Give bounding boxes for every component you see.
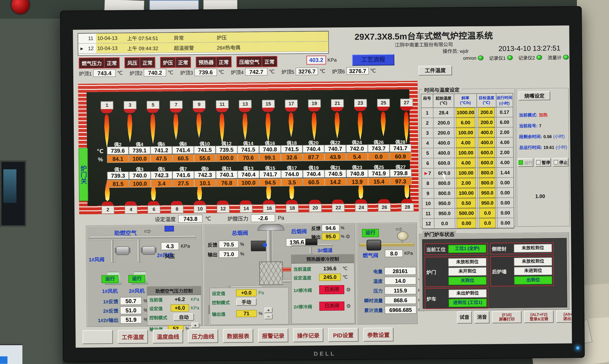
segment-target-value[interactable]: 600.0 (478, 148, 495, 157)
nav-button[interactable]: PID设置 (328, 328, 359, 342)
nav-button[interactable]: 工件温度 (118, 330, 148, 344)
emergency-button (10, 0, 30, 15)
roof-temp-label: 炉顶3 (180, 69, 193, 76)
flame-top (150, 113, 156, 144)
couple-pct-lower: 15.4 (368, 178, 390, 185)
couple-pct-upper: 32.6 (281, 153, 303, 161)
burner-cap-top (147, 109, 159, 113)
segment-target-value[interactable]: 600.0 (479, 158, 495, 168)
air-set-value[interactable]: +6.0 (171, 304, 189, 312)
process-flow-button[interactable]: 工艺流程 (352, 54, 395, 66)
air-mode-button[interactable]: 自动 (173, 313, 194, 321)
cp2-plus-button[interactable]: + (265, 307, 273, 313)
burner-setting-button[interactable]: 烧嘴设定 (518, 91, 550, 100)
segment-target-value[interactable]: 400.0 (478, 138, 495, 147)
status-badge: 风压正常 (124, 57, 155, 68)
nav-button[interactable]: 报警记录 (258, 329, 289, 343)
cp2-out-value[interactable]: 71 (236, 310, 257, 317)
smoke-output-value: 71.0 (219, 250, 239, 258)
burner-cap-bottom (194, 201, 206, 205)
segment-target-value[interactable]: 800.0 (479, 178, 495, 188)
cp2-minus-button[interactable]: − (265, 314, 273, 319)
segment-rate-value[interactable]: 100.00 (456, 168, 476, 178)
segment-rate-value[interactable]: 6.00 (456, 118, 475, 128)
status-badge-label: 风压 (125, 58, 140, 68)
nav-button[interactable]: 温度曲线 (153, 329, 183, 343)
burner-number-bottom: 2 (102, 206, 114, 214)
segment-target-value[interactable]: 200.0 (478, 107, 495, 117)
air-feedback-label: 2#反馈 (88, 307, 118, 314)
burner-info-unit: (小时) (553, 133, 565, 140)
roof-temp-unit: ℃ (218, 69, 224, 75)
air-set-label: 设定值 (149, 305, 169, 312)
segment-rate-value[interactable]: 0.50 (457, 198, 476, 208)
run-state-button[interactable]: 停止 (553, 158, 569, 167)
gas-meter-label: 电量 (358, 268, 383, 275)
segment-start-temp: 400.0 (434, 138, 454, 148)
air-out-plus-button[interactable]: + (191, 323, 199, 328)
alarm-type: 异常 (172, 32, 215, 42)
burner-cap-bottom (309, 200, 321, 204)
segment-rate-value[interactable]: 4.00 (456, 138, 476, 148)
workpiece-temp-button[interactable]: 工件温度 (418, 66, 452, 76)
system-button[interactable]: [ALT+F2] 登录&注销 (524, 311, 554, 323)
cp2-mode-button[interactable]: 手动 (236, 298, 257, 306)
nav-button[interactable]: 压力曲线 (188, 329, 218, 343)
burner-number-top: 13 (239, 100, 252, 108)
segment-rate-value[interactable]: 100.00 (457, 188, 476, 198)
coolvalve1-gear-icon[interactable]: ⚙ (346, 286, 351, 293)
nav-button[interactable] (83, 330, 113, 344)
status-badges: 燃气压力正常风压正常炉压正常预热器正常压缩空气正常 (79, 56, 277, 69)
segment-rate-value[interactable]: 2.00 (456, 178, 476, 188)
segment-rate-value[interactable]: 100.00 (456, 148, 476, 158)
rear-output-gear-icon[interactable]: ⚙ (345, 233, 350, 239)
system-button[interactable]: 试音 (457, 311, 472, 324)
segment-target-cell: 200.0 (477, 117, 496, 127)
burner-number-top: 3 (124, 101, 136, 109)
settemp-unit: ℃ (205, 216, 211, 222)
segment-target-value[interactable]: 0.0 (479, 218, 496, 228)
burner-cap-top (285, 107, 297, 112)
system-button[interactable]: 消音 (475, 311, 490, 324)
burner-panel (516, 88, 570, 227)
rear-feedback-unit: % (341, 225, 344, 230)
burner-number-top: 5 (147, 101, 159, 109)
nav-button[interactable]: 数据报表 (223, 329, 253, 343)
segment-target-value[interactable]: 950.0 (479, 198, 496, 208)
segment-target-value[interactable]: 0.0 (479, 208, 496, 218)
segment-target-value[interactable]: 950.0 (479, 188, 495, 198)
segment-target-value[interactable]: 400.0 (478, 128, 495, 137)
run-state-button[interactable]: 暂停 (535, 158, 551, 167)
segment-target-value[interactable]: 200.0 (478, 117, 495, 127)
segment-rate-cell: 100.00 (454, 128, 477, 138)
couple-pct-upper: 0.0 (368, 153, 390, 161)
segment-rate-value[interactable]: 4.00 (456, 158, 476, 168)
burner-number-bottom: 16 (263, 204, 275, 213)
run-state-button[interactable]: 运行 (518, 158, 533, 167)
system-button[interactable]: [F10] 屏幕打印 (492, 311, 522, 323)
segment-rate-value[interactable]: 100.00 (456, 128, 476, 138)
burner-number-bottom: 26 (378, 203, 391, 212)
cp2-set-value[interactable]: +0.0 (236, 289, 257, 297)
segment-rate-value[interactable]: 500.00 (457, 208, 476, 218)
segment-target-cell: 800.0 (478, 178, 497, 188)
air-feedback-row: 1#2#输出51.9% (88, 315, 148, 324)
status-badge-label: 预热器 (196, 57, 216, 67)
segment-number: 4 (422, 138, 434, 148)
burner-number-top: 7 (170, 101, 183, 109)
nav-button[interactable]: 操作记录 (293, 328, 324, 342)
alarm-row[interactable]: ▶1210-04-13上午 09:44:32超温报警26#热电偶 (78, 42, 328, 54)
coolvalve2-gear-icon[interactable]: ⚙ (346, 303, 351, 309)
flame-top (288, 112, 294, 137)
segment-rate-value[interactable]: 0.00 (457, 218, 476, 228)
rear-output-value[interactable]: 95.0 (322, 233, 340, 240)
preheat-set-value[interactable]: 245.0 (319, 273, 341, 281)
status-badge-value: 正常 (176, 57, 190, 67)
actuator-hub-icon (263, 243, 267, 247)
system-button[interactable]: [Alt+F4] 退出系统 (556, 310, 572, 323)
segment-target-value[interactable]: 800.0 (479, 168, 495, 178)
segment-rate-value[interactable]: 1000.00 (456, 108, 475, 117)
alarm-list[interactable]: 1110-04-13上午 07:54:51异常炉压▶1210-04-13上午 0… (78, 31, 329, 56)
nav-button[interactable]: 参数设置 (363, 328, 394, 342)
smoke-output-unit: % (240, 251, 244, 257)
